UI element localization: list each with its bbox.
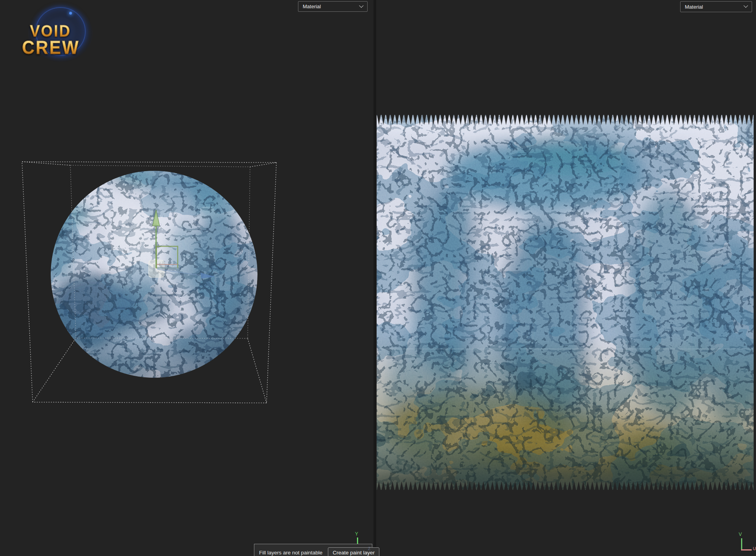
axis-v-line xyxy=(741,538,742,550)
axis-y-label: Y xyxy=(355,531,358,537)
uv-equator-seam xyxy=(377,349,754,349)
uv-pole-sawtooth-top xyxy=(377,115,754,126)
panel-divider[interactable] xyxy=(373,0,376,556)
void-crew-logo: VOID CREW xyxy=(6,7,95,58)
material-dropdown-uv-value: Material xyxy=(685,4,703,10)
axis-v-label: V xyxy=(739,532,742,537)
axis-u-line xyxy=(741,549,752,550)
uv-texture-view[interactable] xyxy=(377,115,754,490)
logo-star-dot xyxy=(69,12,72,15)
create-paint-layer-button[interactable]: Create paint layer xyxy=(328,547,379,556)
paint-layer-tooltip: Fill layers are not paintable Create pai… xyxy=(254,544,372,556)
app-screen: VOID CREW Material xyxy=(0,0,756,556)
material-dropdown-uv[interactable]: Material xyxy=(680,1,752,12)
axis-z-label: Z xyxy=(368,546,371,551)
logo-text-crew: CREW xyxy=(22,37,79,58)
axis-u-label: U xyxy=(753,546,756,551)
planet-scene[interactable] xyxy=(16,157,283,417)
material-dropdown-3d-value: Material xyxy=(303,4,321,9)
chevron-down-icon xyxy=(359,3,363,7)
material-dropdown-3d[interactable]: Material xyxy=(298,1,368,12)
tooltip-message: Fill layers are not paintable xyxy=(259,550,322,556)
uv-pole-sawtooth-bottom xyxy=(377,480,754,490)
chevron-down-icon xyxy=(743,4,748,8)
